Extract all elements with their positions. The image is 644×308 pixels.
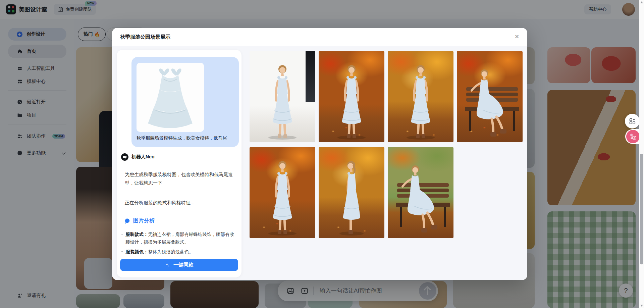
bot-message-1: 为您生成秋季服装模特图，包含欧美模特和低马尾造型，让我构思一下 xyxy=(125,170,234,187)
translate-floating-button[interactable]: 中 A xyxy=(626,130,640,143)
bullet-color: 服装颜色：整体为浅淡的浅蓝色。 xyxy=(121,248,235,256)
svg-text:A: A xyxy=(634,137,636,140)
widgets-floating-button[interactable] xyxy=(625,114,640,129)
results-grid xyxy=(250,51,526,243)
result-park-profile[interactable] xyxy=(319,147,384,238)
result-park-front[interactable] xyxy=(319,51,384,142)
prompt-caption: 秋季服装场景模特生成，欧美女模特，低马尾 xyxy=(137,135,235,142)
page-scrollbar[interactable] xyxy=(639,0,644,308)
one-click-same-style-button[interactable]: 一键同款 xyxy=(120,259,238,271)
scroll-down-arrow[interactable] xyxy=(640,305,643,307)
bullet-style: 服装款式：无袖连衣裙，肩部有蝴蝶结装饰，腰部有收腰设计，裙摆为多层层叠款式。 xyxy=(121,231,235,246)
bot-name: 机器人Neo xyxy=(131,154,154,160)
chat-bubble-icon xyxy=(124,218,130,224)
prompt-garment-image[interactable] xyxy=(137,63,204,132)
modal-header: 秋季服装公园场景展示 ✕ xyxy=(112,28,527,46)
result-bench-sitting-green[interactable] xyxy=(388,147,453,238)
app-root: 美图设计室 免费创建团队 NEW 帮助中心 创作设计 首页 人工智能工具 xyxy=(0,0,644,308)
scroll-up-arrow[interactable] xyxy=(640,1,643,3)
sparkle-icon xyxy=(165,262,171,268)
analysis-bullets: 服装款式：无袖连衣裙，肩部有蝴蝶结装饰，腰部有收腰设计，裙摆为多层层叠款式。 服… xyxy=(121,229,235,256)
image-analysis-title: 图片分析 xyxy=(133,217,155,224)
modal-title: 秋季服装公园场景展示 xyxy=(120,28,170,46)
user-prompt-bubble: 秋季服装场景模特生成，欧美女模特，低马尾 xyxy=(131,57,239,147)
close-icon[interactable]: ✕ xyxy=(513,33,521,41)
translate-icon: 中 A xyxy=(629,133,637,141)
robot-avatar-icon xyxy=(121,153,129,161)
bot-message-2: 正在分析服装的款式和风格特征... xyxy=(125,199,234,207)
result-bench-sitting[interactable] xyxy=(457,51,523,142)
bot-row: 机器人Neo xyxy=(121,153,154,161)
result-park-front-gold[interactable] xyxy=(388,51,453,142)
result-park-hand-on-hip[interactable] xyxy=(250,147,315,238)
result-modal: 秋季服装公园场景展示 ✕ 秋季服装场景模特生成，欧美女模特，低马 xyxy=(112,28,527,280)
result-studio-front[interactable] xyxy=(250,51,315,142)
image-analysis-header: 图片分析 xyxy=(124,217,155,224)
chat-card: 秋季服装场景模特生成，欧美女模特，低马尾 机器人Neo 为您生成秋季服装模特图，… xyxy=(117,50,241,277)
widgets-sparkle-icon xyxy=(629,117,636,125)
scrollbar-thumb[interactable] xyxy=(640,154,643,264)
